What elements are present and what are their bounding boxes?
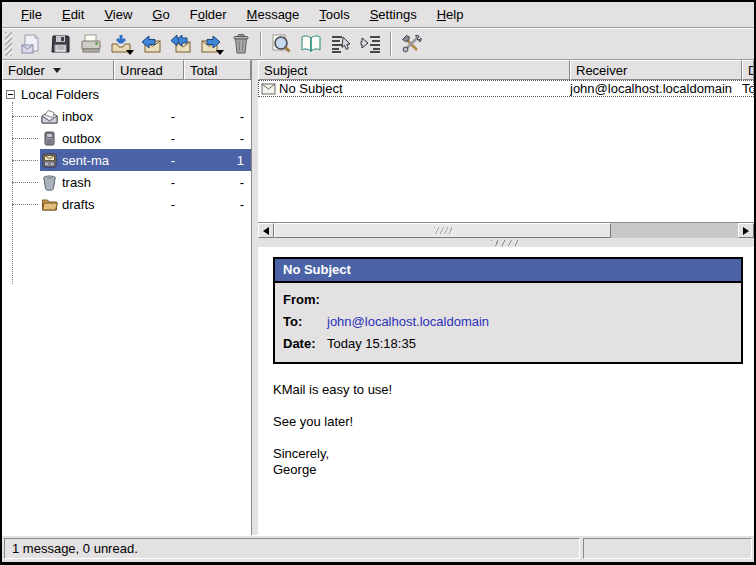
folder-unread-count: - [115, 131, 183, 146]
to-address-link[interactable]: john@localhost.localdomain [327, 311, 489, 333]
toolbar-grip[interactable] [5, 32, 12, 56]
scrollbar-track[interactable] [611, 223, 738, 238]
scroll-left-button[interactable] [258, 223, 274, 238]
outbox-icon [41, 130, 58, 147]
column-header-unread[interactable]: Unread [114, 60, 184, 80]
status-bar: 1 message, 0 unread. [2, 535, 754, 562]
folder-name: trash [62, 175, 111, 190]
forward-button[interactable] [197, 31, 225, 57]
find-button[interactable] [267, 31, 295, 57]
scrollbar-thumb[interactable] [274, 223, 611, 238]
dropdown-caret [216, 50, 224, 55]
body-paragraph: See you later! [273, 414, 744, 430]
menu-file[interactable]: File [12, 4, 51, 25]
folder-row-outbox[interactable]: outbox - - [2, 127, 251, 149]
message-headers: From: To: john@localhost.localdomain Dat… [275, 283, 741, 362]
message-body: KMail is easy to use! See you later! Sin… [273, 382, 744, 478]
status-message-count: 1 message, 0 unread. [4, 538, 580, 559]
next-unread-icon [360, 33, 382, 55]
message-row[interactable]: No Subject john@localhost.localdomain To… [258, 80, 754, 97]
column-header-unread-label: Unread [120, 63, 163, 78]
date-label: Date: [283, 333, 327, 355]
folder-row-drafts[interactable]: drafts - - [2, 193, 251, 215]
folder-unread-count: - [115, 109, 183, 124]
reply-button[interactable] [137, 31, 165, 57]
message-rows: No Subject john@localhost.localdomain To… [258, 80, 754, 222]
menu-tools[interactable]: Tools [310, 4, 358, 25]
message-receiver: john@localhost.localdomain [570, 81, 742, 96]
find-icon [270, 33, 292, 55]
date-value: Today 15:18:35 [327, 333, 416, 355]
configure-icon [400, 33, 422, 55]
column-header-receiver[interactable]: Receiver [570, 60, 742, 80]
trash-button[interactable] [227, 31, 255, 57]
splitter-grip-icon [491, 240, 521, 246]
folder-name: outbox [62, 131, 111, 146]
menu-settings[interactable]: Settings [361, 4, 426, 25]
folder-row-local-folders[interactable]: Local Folders [2, 83, 251, 105]
menu-message[interactable]: Message [238, 4, 309, 25]
folder-pane: Folder Unread Total Local Folders [2, 60, 252, 535]
menu-help[interactable]: Help [428, 4, 473, 25]
previous-unread-icon [330, 33, 352, 55]
dropdown-caret [126, 50, 134, 55]
address-book-button[interactable] [297, 31, 325, 57]
main-area: Folder Unread Total Local Folders [2, 60, 754, 535]
status-secondary [583, 538, 752, 559]
toolbar-separator [390, 32, 392, 56]
column-header-date[interactable]: Date [742, 60, 754, 80]
folder-row-inbox[interactable]: inbox - - [2, 105, 251, 127]
menu-folder[interactable]: Folder [181, 4, 236, 25]
main-toolbar [2, 28, 754, 60]
folder-row-trash[interactable]: trash - - [2, 171, 251, 193]
collapse-expander-icon[interactable] [6, 90, 15, 99]
column-header-total[interactable]: Total [184, 60, 251, 80]
trash-icon [230, 33, 252, 55]
new-message-button[interactable] [17, 31, 45, 57]
tree-line [12, 160, 38, 161]
scroll-right-button[interactable] [738, 223, 754, 238]
tree-line [12, 116, 38, 117]
configure-button[interactable] [397, 31, 425, 57]
folder-row-sent-mail[interactable]: sent-ma - 1 [2, 149, 251, 171]
save-button[interactable] [47, 31, 75, 57]
menu-bar: File Edit View Go Folder Message Tools S… [2, 2, 754, 28]
folder-name: drafts [62, 197, 111, 212]
column-header-total-label: Total [190, 63, 217, 78]
message-envelope-icon [261, 83, 276, 95]
menu-edit[interactable]: Edit [53, 4, 93, 25]
next-unread-button[interactable] [357, 31, 385, 57]
message-subject: No Subject [279, 81, 343, 96]
sent-mail-icon [41, 152, 58, 169]
folder-unread-count: - [115, 197, 183, 212]
column-header-receiver-label: Receiver [576, 63, 627, 78]
right-pane: Subject Receiver Date [258, 60, 754, 535]
column-header-subject-label: Subject [264, 63, 307, 78]
reply-all-button[interactable] [167, 31, 195, 57]
message-date: Today 15:18:35 [742, 81, 753, 96]
sort-descending-icon [53, 68, 61, 73]
tree-line [12, 204, 38, 205]
tree-line [12, 182, 38, 183]
message-header-box: No Subject From: To: john@localhost.loca… [273, 257, 743, 364]
scrollbar-grip-icon [434, 227, 452, 234]
column-header-subject[interactable]: Subject [258, 60, 570, 80]
to-label: To: [283, 311, 327, 333]
check-mail-button[interactable] [107, 31, 135, 57]
folder-unread-count: - [115, 153, 183, 168]
menu-go[interactable]: Go [143, 4, 178, 25]
body-paragraph: Sincerely, George [273, 446, 744, 478]
message-preview-pane: No Subject From: To: john@localhost.loca… [258, 247, 754, 535]
message-list-pane: Subject Receiver Date [258, 60, 754, 238]
previous-unread-button[interactable] [327, 31, 355, 57]
folder-total-count: - [187, 109, 251, 124]
print-button[interactable] [77, 31, 105, 57]
horizontal-scrollbar [258, 222, 754, 238]
print-icon [80, 33, 102, 55]
folder-total-count: 1 [187, 153, 251, 168]
address-book-icon [300, 33, 322, 55]
menu-view[interactable]: View [95, 4, 141, 25]
reply-icon [140, 33, 162, 55]
horizontal-splitter[interactable] [258, 238, 754, 247]
column-header-folder[interactable]: Folder [2, 60, 114, 80]
